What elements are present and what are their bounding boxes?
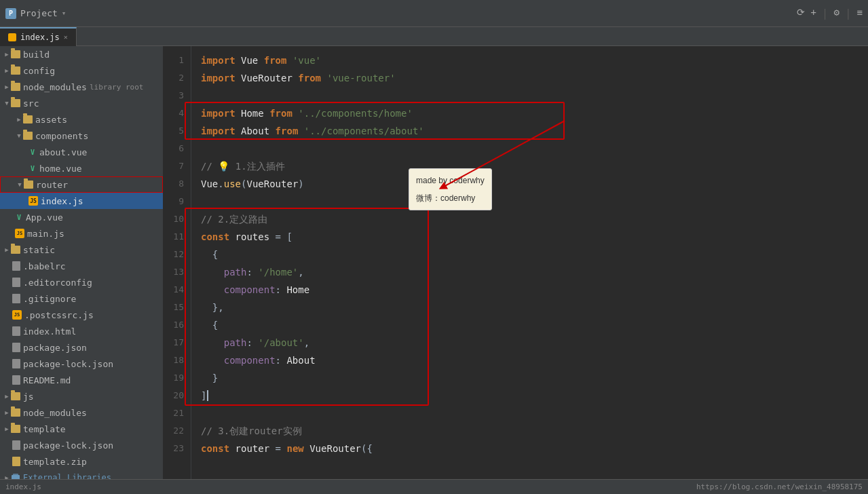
sidebar-item-editorconfig[interactable]: .editorconfig [0, 274, 163, 290]
line-num-6: 6 [163, 140, 184, 157]
sidebar-item-build[interactable]: build [0, 46, 163, 62]
sidebar-item-readme[interactable]: README.md [0, 372, 163, 388]
tab-bar: index.js ✕ [0, 27, 868, 46]
paren-open: ( [241, 175, 246, 193]
cursor [207, 390, 208, 401]
file-icon-package-json [12, 343, 20, 352]
label-home-vue: home.vue [39, 164, 82, 174]
label-src: src [23, 98, 39, 109]
collapse-icon[interactable]: ≡ [857, 7, 863, 20]
kw-from-4: from [269, 104, 298, 122]
sidebar-item-router[interactable]: router [0, 176, 163, 193]
line-num-20: 20 [163, 387, 184, 404]
sidebar-item-package-lock2[interactable]: package-lock.json [0, 437, 163, 453]
vue-icon-about: V [29, 147, 37, 157]
folder-icon-router [24, 180, 33, 189]
code-line-18: component : About [201, 352, 868, 369]
arrow-node-modules2 [3, 408, 11, 417]
str-home: '/home' [258, 263, 298, 281]
bottom-bar-status: index.js [5, 482, 41, 491]
folder-icon-template [11, 425, 20, 433]
label-template-zip: template.zip [23, 457, 87, 467]
sidebar-item-about-vue[interactable]: V about.vue [0, 144, 163, 160]
prop-component-14: component [201, 281, 276, 299]
sidebar-item-components[interactable]: components [0, 128, 163, 144]
line-num-11: 11 [163, 228, 184, 246]
sidebar-item-package-json[interactable]: package.json [0, 339, 163, 356]
arrow-assets [15, 115, 23, 124]
code-line-1: import Vue from 'vue' [201, 52, 868, 69]
line-num-2: 2 [163, 69, 184, 87]
colon-17: : [246, 334, 258, 352]
kw-from-2: from [298, 69, 326, 87]
project-dropdown-arrow[interactable]: ▾ [62, 9, 67, 18]
sidebar-item-package-lock[interactable]: package-lock.json [0, 356, 163, 372]
line-num-21: 21 [163, 404, 184, 422]
line-num-14: 14 [163, 281, 184, 299]
sidebar-item-config[interactable]: config [0, 62, 163, 79]
sidebar-item-main-js[interactable]: JS main.js [0, 225, 163, 242]
file-icon-package-lock2 [12, 440, 20, 450]
label-postcssrc: .postcssrc.js [24, 310, 94, 320]
tooltip-line2: 微博：coderwhy [416, 189, 485, 207]
sidebar-item-app-vue[interactable]: V App.vue [0, 209, 163, 225]
file-icon-babelrc [12, 261, 20, 271]
sidebar-item-static[interactable]: static [0, 242, 163, 258]
arrow-node-modules [3, 83, 11, 91]
colon-14: : [276, 281, 287, 299]
tab-close-button[interactable]: ✕ [64, 33, 68, 41]
sync-icon[interactable]: ⟳ [797, 7, 805, 20]
sidebar-item-postcssrc[interactable]: JS .postcssrc.js [0, 307, 163, 323]
code-line-12: { [201, 246, 868, 263]
arrow-components [15, 132, 23, 140]
tab-label: index.js [20, 33, 60, 42]
sidebar-item-src[interactable]: src [0, 95, 163, 111]
comma-17: , [304, 334, 309, 352]
add-icon[interactable]: + [810, 7, 816, 20]
sidebar-item-js[interactable]: js [0, 388, 163, 404]
label-package-lock2: package-lock.json [23, 440, 113, 451]
arrow-template [3, 425, 11, 433]
separator2: | [845, 7, 852, 20]
sidebar-item-index-html[interactable]: index.html [0, 323, 163, 339]
label-node-modules: node_modules [23, 82, 87, 92]
tab-index-js[interactable]: index.js ✕ [0, 27, 77, 46]
sidebar-item-node-modules[interactable]: node_modules library root [0, 79, 163, 95]
bracket-close-20: ] [201, 387, 206, 404]
settings-icon[interactable]: ⚙ [833, 7, 839, 20]
file-icon-index-html [12, 326, 20, 336]
tooltip-line1: made by coderwhy [416, 172, 485, 189]
str-about: '/about' [258, 334, 303, 352]
str-home-path: '../components/home' [298, 104, 413, 122]
sidebar-item-home-vue[interactable]: V home.vue [0, 160, 163, 176]
line-num-12: 12 [163, 246, 184, 263]
folder-icon-node-modules [11, 83, 20, 91]
code-line-5: import About from '../components/about' [201, 122, 868, 140]
library-root-label: library root [90, 83, 143, 92]
sidebar-item-template-zip[interactable]: template.zip [0, 453, 163, 470]
external-libraries[interactable]: ▶ External Libraries [0, 470, 163, 479]
project-icon: P [5, 8, 16, 19]
sidebar-item-template[interactable]: template [0, 421, 163, 437]
sidebar-item-gitignore[interactable]: .gitignore [0, 290, 163, 307]
sidebar-item-node-modules2[interactable]: node_modules [0, 404, 163, 421]
id-router: router [235, 440, 276, 457]
folder-icon-assets [23, 115, 33, 124]
code-editor: 1 2 3 4 5 6 7 8 9 10 11 12 13 14 15 16 1… [163, 46, 868, 479]
code-line-2: import VueRouter from 'vue-router' [201, 69, 868, 87]
label-static: static [23, 245, 55, 255]
code-line-22: // 3.创建router实例 [201, 422, 868, 440]
str-vue-router: 'vue-router' [326, 69, 395, 87]
code-area[interactable]: import Vue from 'vue' import VueRouter f… [191, 46, 868, 479]
sidebar-item-index-js[interactable]: JS index.js [0, 193, 163, 209]
paren-23: ({ [361, 440, 373, 457]
brace-open-16: { [201, 316, 218, 334]
label-readme: README.md [23, 375, 71, 385]
sidebar-item-babelrc[interactable]: .babelrc [0, 258, 163, 274]
kw-import-1: import [201, 52, 241, 69]
brace-open-12: { [201, 246, 218, 263]
line-num-23: 23 [163, 440, 184, 457]
str-about-path: '../components/about' [304, 122, 424, 140]
label-app-vue: App.vue [26, 212, 63, 223]
sidebar-item-assets[interactable]: assets [0, 111, 163, 128]
